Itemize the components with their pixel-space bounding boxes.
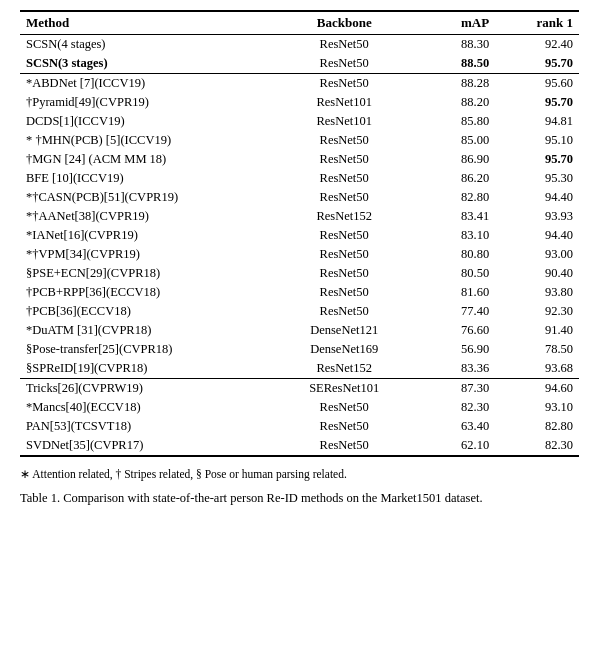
cell-method: DCDS[1](ICCV19) [20, 112, 277, 131]
table-row: *†VPM[34](CVPR19)ResNet5080.8093.00 [20, 245, 579, 264]
cell-backbone: ResNet50 [277, 131, 411, 150]
cell-map: 56.90 [411, 340, 495, 359]
header-map: mAP [411, 12, 495, 35]
cell-map: 86.90 [411, 150, 495, 169]
cell-rank1: 78.50 [495, 340, 579, 359]
cell-backbone: ResNet50 [277, 54, 411, 74]
cell-method: * †MHN(PCB) [5](ICCV19) [20, 131, 277, 150]
cell-backbone: ResNet101 [277, 93, 411, 112]
cell-backbone: DenseNet121 [277, 321, 411, 340]
cell-method: *Mancs[40](ECCV18) [20, 398, 277, 417]
table-row: *ABDNet [7](ICCV19)ResNet5088.2895.60 [20, 74, 579, 94]
cell-rank1: 95.30 [495, 169, 579, 188]
cell-map: 62.10 [411, 436, 495, 455]
cell-rank1: 90.40 [495, 264, 579, 283]
cell-map: 88.50 [411, 54, 495, 74]
cell-rank1: 94.60 [495, 379, 579, 399]
cell-method: †PCB+RPP[36](ECCV18) [20, 283, 277, 302]
cell-backbone: ResNet50 [277, 264, 411, 283]
cell-method: *†CASN(PCB)[51](CVPR19) [20, 188, 277, 207]
table-footnote: ∗ Attention related, † Stripes related, … [20, 467, 579, 481]
cell-method: †Pyramid[49](CVPR19) [20, 93, 277, 112]
cell-method: *†AANet[38](CVPR19) [20, 207, 277, 226]
cell-rank1: 95.70 [495, 54, 579, 74]
table-row: *†AANet[38](CVPR19)ResNet15283.4193.93 [20, 207, 579, 226]
table-row: †PCB[36](ECCV18)ResNet5077.4092.30 [20, 302, 579, 321]
cell-backbone: ResNet50 [277, 283, 411, 302]
cell-rank1: 92.30 [495, 302, 579, 321]
cell-backbone: ResNet50 [277, 169, 411, 188]
cell-rank1: 91.40 [495, 321, 579, 340]
cell-backbone: SEResNet101 [277, 379, 411, 399]
cell-backbone: ResNet50 [277, 226, 411, 245]
cell-backbone: ResNet152 [277, 359, 411, 379]
cell-rank1: 92.40 [495, 35, 579, 55]
cell-map: 85.00 [411, 131, 495, 150]
table-row: *Mancs[40](ECCV18)ResNet5082.3093.10 [20, 398, 579, 417]
cell-map: 80.50 [411, 264, 495, 283]
cell-rank1: 95.10 [495, 131, 579, 150]
cell-rank1: 82.80 [495, 417, 579, 436]
cell-backbone: ResNet101 [277, 112, 411, 131]
cell-map: 83.41 [411, 207, 495, 226]
cell-rank1: 93.68 [495, 359, 579, 379]
cell-backbone: ResNet152 [277, 207, 411, 226]
cell-method: *IANet[16](CVPR19) [20, 226, 277, 245]
cell-rank1: 94.40 [495, 226, 579, 245]
table-row: †MGN [24] (ACM MM 18)ResNet5086.9095.70 [20, 150, 579, 169]
cell-backbone: ResNet50 [277, 245, 411, 264]
header-method: Method [20, 12, 277, 35]
cell-map: 76.60 [411, 321, 495, 340]
cell-method: SCSN(4 stages) [20, 35, 277, 55]
cell-method: BFE [10](ICCV19) [20, 169, 277, 188]
cell-method: *DuATM [31](CVPR18) [20, 321, 277, 340]
cell-map: 88.30 [411, 35, 495, 55]
cell-backbone: ResNet50 [277, 436, 411, 455]
cell-rank1: 95.70 [495, 93, 579, 112]
cell-map: 81.60 [411, 283, 495, 302]
cell-rank1: 95.70 [495, 150, 579, 169]
table-row: §Pose-transfer[25](CVPR18)DenseNet16956.… [20, 340, 579, 359]
cell-backbone: ResNet50 [277, 35, 411, 55]
table-row: SVDNet[35](CVPR17)ResNet5062.1082.30 [20, 436, 579, 455]
cell-method: SCSN(3 stages) [20, 54, 277, 74]
cell-map: 87.30 [411, 379, 495, 399]
table-row: *†CASN(PCB)[51](CVPR19)ResNet5082.8094.4… [20, 188, 579, 207]
cell-map: 83.10 [411, 226, 495, 245]
cell-backbone: ResNet50 [277, 74, 411, 94]
cell-rank1: 93.80 [495, 283, 579, 302]
table-row: SCSN(4 stages)ResNet5088.3092.40 [20, 35, 579, 55]
cell-backbone: ResNet50 [277, 398, 411, 417]
cell-method: Tricks[26](CVPRW19) [20, 379, 277, 399]
table-row: * †MHN(PCB) [5](ICCV19)ResNet5085.0095.1… [20, 131, 579, 150]
table-row: BFE [10](ICCV19)ResNet5086.2095.30 [20, 169, 579, 188]
table-row: †PCB+RPP[36](ECCV18)ResNet5081.6093.80 [20, 283, 579, 302]
table-header-row: Method Backbone mAP rank 1 [20, 12, 579, 35]
cell-backbone: ResNet50 [277, 417, 411, 436]
cell-method: §PSE+ECN[29](CVPR18) [20, 264, 277, 283]
table-row: *IANet[16](CVPR19)ResNet5083.1094.40 [20, 226, 579, 245]
header-rank1: rank 1 [495, 12, 579, 35]
cell-method: SVDNet[35](CVPR17) [20, 436, 277, 455]
cell-method: *†VPM[34](CVPR19) [20, 245, 277, 264]
table-row: PAN[53](TCSVT18)ResNet5063.4082.80 [20, 417, 579, 436]
table-row: Tricks[26](CVPRW19)SEResNet10187.3094.60 [20, 379, 579, 399]
table-row: *DuATM [31](CVPR18)DenseNet12176.6091.40 [20, 321, 579, 340]
cell-rank1: 94.81 [495, 112, 579, 131]
cell-map: 80.80 [411, 245, 495, 264]
table-row: DCDS[1](ICCV19)ResNet10185.8094.81 [20, 112, 579, 131]
cell-rank1: 95.60 [495, 74, 579, 94]
cell-map: 85.80 [411, 112, 495, 131]
table-caption: Table 1. Comparison with state-of-the-ar… [20, 489, 579, 508]
cell-rank1: 93.00 [495, 245, 579, 264]
cell-method: †MGN [24] (ACM MM 18) [20, 150, 277, 169]
cell-map: 63.40 [411, 417, 495, 436]
cell-backbone: DenseNet169 [277, 340, 411, 359]
table-row: SCSN(3 stages)ResNet5088.5095.70 [20, 54, 579, 74]
cell-map: 82.80 [411, 188, 495, 207]
cell-rank1: 93.93 [495, 207, 579, 226]
cell-rank1: 82.30 [495, 436, 579, 455]
cell-map: 86.20 [411, 169, 495, 188]
comparison-table: Method Backbone mAP rank 1 SCSN(4 stages… [20, 10, 579, 457]
cell-rank1: 93.10 [495, 398, 579, 417]
